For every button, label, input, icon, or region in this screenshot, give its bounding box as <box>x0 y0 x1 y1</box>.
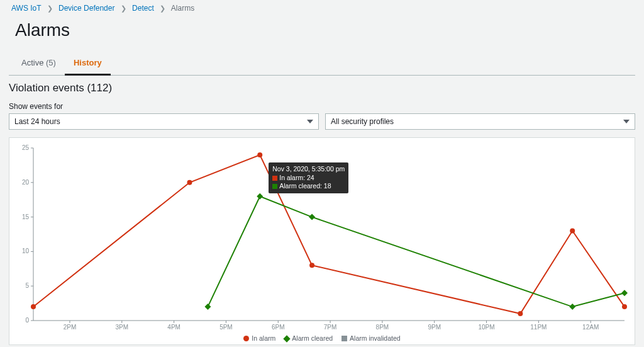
svg-point-39 <box>309 263 314 268</box>
svg-text:5PM: 5PM <box>219 324 233 331</box>
svg-text:9PM: 9PM <box>428 324 441 331</box>
section-title: Violation events (112) <box>9 82 635 94</box>
chevron-right-icon: ❯ <box>160 4 165 12</box>
tab-active-count: (5) <box>46 58 56 67</box>
svg-text:15: 15 <box>22 213 30 220</box>
legend-invalidated: Alarm invalidated <box>341 334 401 342</box>
chevron-down-icon <box>623 120 630 123</box>
breadcrumb-current: Alarms <box>171 4 194 13</box>
svg-point-40 <box>518 311 523 316</box>
svg-text:7PM: 7PM <box>324 324 337 331</box>
svg-point-36 <box>31 304 36 309</box>
svg-point-41 <box>570 229 575 234</box>
page-title: Alarms <box>0 14 644 52</box>
breadcrumb-device-defender[interactable]: Device Defender <box>58 4 114 13</box>
tab-active[interactable]: Active (5) <box>13 52 65 75</box>
security-profile-value: All security profiles <box>331 117 394 126</box>
svg-text:25: 25 <box>22 144 30 151</box>
breadcrumb: AWS IoT ❯ Device Defender ❯ Detect ❯ Ala… <box>0 0 644 14</box>
svg-point-37 <box>187 180 192 185</box>
time-range-value: Last 24 hours <box>14 117 60 126</box>
svg-text:3PM: 3PM <box>116 324 129 331</box>
legend-cleared: Alarm cleared <box>284 334 333 342</box>
chart-legend: In alarm Alarm cleared Alarm invalidated <box>14 332 630 342</box>
svg-point-42 <box>622 304 627 309</box>
tab-history-label: History <box>74 58 102 67</box>
svg-text:0: 0 <box>25 317 29 324</box>
svg-text:20: 20 <box>22 179 30 186</box>
svg-text:5: 5 <box>25 282 29 289</box>
svg-text:8PM: 8PM <box>376 324 389 331</box>
chevron-right-icon: ❯ <box>47 4 53 12</box>
filters-label: Show events for <box>9 102 635 111</box>
breadcrumb-detect[interactable]: Detect <box>132 4 154 13</box>
time-range-select[interactable]: Last 24 hours <box>9 113 319 130</box>
svg-text:4PM: 4PM <box>167 324 180 331</box>
svg-text:10PM: 10PM <box>478 324 494 331</box>
tabs-bar: Active (5) History <box>9 52 635 76</box>
violation-events-section: Violation events (112) Show events for L… <box>0 76 644 130</box>
svg-text:10: 10 <box>22 247 30 254</box>
svg-text:6PM: 6PM <box>272 324 285 331</box>
breadcrumb-aws-iot[interactable]: AWS IoT <box>11 4 41 13</box>
tab-history[interactable]: History <box>65 52 111 76</box>
chart-panel: 05101520252PM3PM4PM5PM6PM7PM8PM9PM10PM11… <box>9 137 635 345</box>
svg-point-38 <box>257 152 262 157</box>
security-profile-select[interactable]: All security profiles <box>325 113 635 130</box>
violation-chart[interactable]: 05101520252PM3PM4PM5PM6PM7PM8PM9PM10PM11… <box>14 144 631 332</box>
legend-in-alarm: In alarm <box>243 334 275 342</box>
chevron-down-icon <box>307 120 313 123</box>
chevron-right-icon: ❯ <box>121 4 126 12</box>
svg-text:2PM: 2PM <box>64 324 77 331</box>
tab-active-label: Active <box>21 58 43 67</box>
svg-text:11PM: 11PM <box>530 324 547 331</box>
svg-text:12AM: 12AM <box>582 324 599 331</box>
